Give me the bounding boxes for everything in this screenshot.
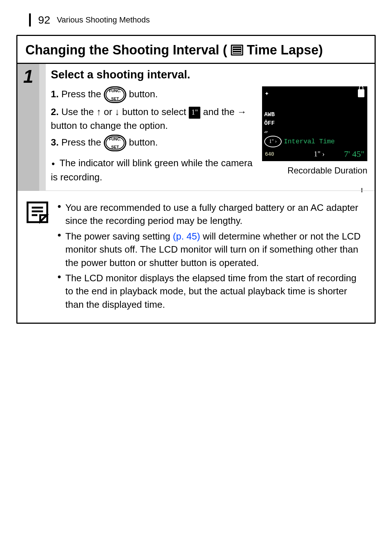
indicator-note: • The indicator will blink green while t… (51, 156, 258, 184)
step-title: Select a shooting interval. (51, 68, 367, 81)
chapter-title: Various Shooting Methods (57, 15, 150, 25)
notes-section: You are recommended to use a fully charg… (17, 191, 375, 323)
lock-icon (358, 89, 364, 97)
right-arrow-icon: → (237, 105, 247, 119)
off-icon: ÔFF (264, 120, 275, 126)
up-arrow-icon: ↑ (97, 105, 101, 119)
instruction-column: 1. Press the FUNC.SET button. 2. Use the (51, 86, 258, 184)
lcd-left-icons: AWB ÔFF ▱ (264, 112, 275, 135)
note-2: The power saving setting (p. 45) will de… (57, 230, 366, 269)
note-list: You are recommended to use a fully charg… (57, 201, 366, 313)
continuation-bar (39, 64, 46, 191)
instr2-text-b: or (104, 106, 115, 117)
instr2-text-e: button to change the option. (51, 120, 168, 131)
lcd-column: ✦ AWB ÔFF ▱ 1" › Interval Time (262, 86, 367, 184)
note-icon (26, 201, 49, 313)
instr1-text-a: Press the (61, 89, 104, 99)
bullet-icon: • (52, 158, 55, 169)
step-columns: 1. Press the FUNC.SET button. 2. Use the (51, 86, 367, 184)
func-label-top: FUNC. (109, 137, 121, 141)
instruction-1: 1. Press the FUNC.SET button. (51, 86, 258, 103)
section-title: Changing the Shooting Interval ( Time La… (17, 36, 375, 63)
step-1-row: 1 Select a shooting interval. 1. Press t… (17, 63, 375, 191)
instr2-number: 2. (51, 106, 59, 117)
down-arrow-icon: ↓ (115, 105, 119, 119)
mode-icon: ✦ (265, 89, 273, 97)
instr3-text-a: Press the (61, 137, 104, 148)
lcd-selected-oval: 1" › (264, 136, 282, 147)
svg-marker-4 (40, 215, 47, 222)
note-3: The LCD monitor displays the elapsed tim… (57, 271, 366, 311)
page-reference-link[interactable]: (p. 45) (173, 231, 200, 242)
lcd-preview: ✦ AWB ÔFF ▱ 1" › Interval Time (262, 86, 367, 161)
lcd-interval-label: Interval Time (284, 138, 335, 145)
awb-icon: AWB (264, 112, 275, 118)
manual-page: 92 Various Shooting Methods Changing the… (0, 0, 392, 552)
func-label-top: FUNC. (109, 89, 121, 93)
note-2-a: The power saving setting (65, 231, 173, 242)
instr1-text-b: button. (129, 89, 158, 99)
instr3-text-b: button. (129, 137, 158, 148)
instruction-2: 2. Use the ↑ or ↓ button to select 1" an… (51, 105, 258, 132)
page-number: 92 (38, 14, 50, 26)
header-divider (16, 13, 31, 26)
func-set-button-icon: FUNC.SET (104, 86, 126, 103)
lcd-interval-row: 1" › Interval Time (264, 136, 335, 147)
lcd-bottom-row: 640 1" › 7' 45" (262, 149, 367, 159)
instr2-text-d: and the (203, 106, 237, 117)
callout-pointer (362, 188, 362, 192)
func-label-bot: SET (109, 145, 121, 149)
step-number-cell: 1 (17, 64, 39, 191)
indicator-note-text: The indicator will blink green while the… (51, 158, 253, 183)
image-icon: ▱ (264, 129, 275, 135)
lcd-resolution: 640 (265, 151, 274, 157)
instr2-text-c: button to select (122, 106, 189, 117)
func-set-button-icon: FUNC.SET (104, 135, 126, 151)
instr1-number: 1. (51, 89, 59, 99)
instr2-text-a: Use the (61, 106, 97, 117)
time-lapse-icon (231, 45, 243, 56)
page-header: 92 Various Shooting Methods (16, 11, 376, 29)
section-title-post: Time Lapse) (247, 42, 323, 58)
func-label-bot: SET (109, 97, 121, 101)
recordable-duration-caption: Recordable Duration (262, 165, 367, 176)
lcd-current-interval: 1" › (314, 150, 325, 158)
instruction-3: 3. Press the FUNC.SET button. (51, 135, 258, 151)
lcd-recordable-duration: 7' 45" (344, 149, 364, 159)
interval-badge-icon: 1" (189, 107, 200, 119)
step-body: Select a shooting interval. 1. Press the… (46, 64, 375, 191)
instruction-list: 1. Press the FUNC.SET button. 2. Use the (51, 86, 258, 151)
instr3-number: 3. (51, 137, 59, 148)
content-frame: Changing the Shooting Interval ( Time La… (16, 35, 376, 324)
step-number: 1 (23, 66, 33, 87)
section-title-pre: Changing the Shooting Interval ( (25, 42, 227, 58)
note-1: You are recommended to use a fully charg… (57, 201, 366, 228)
